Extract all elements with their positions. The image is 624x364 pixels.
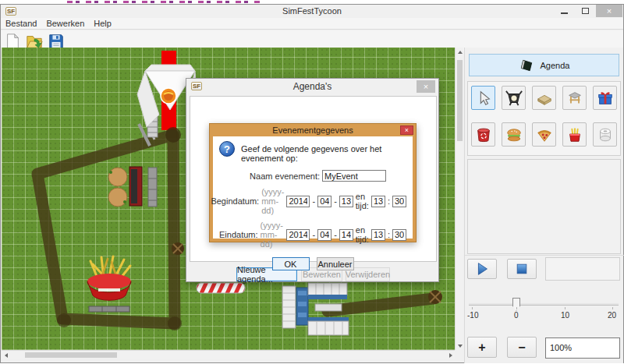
start-month-input[interactable] [317,196,332,207]
tool-button-cursor[interactable] [471,86,495,110]
toilet-block [282,283,349,335]
tool-button-scaffold-gate[interactable] [562,86,587,110]
name-label: Naam evenement: [250,171,320,181]
start-date-label: Begindatum: [211,196,259,206]
menu-help[interactable]: Help [89,18,116,29]
maximize-icon [582,8,589,14]
date-separator: - [334,230,337,239]
play-icon [473,260,491,277]
start-minute-input[interactable] [392,196,406,207]
scroll-up-icon [458,51,463,54]
path-branch [328,299,434,311]
background-text-fragment [67,1,262,3]
end-day-input[interactable] [339,229,353,241]
zoom-in-button[interactable]: + [467,337,497,358]
agenda-button[interactable]: Agenda [469,54,619,76]
slider-tick [565,307,566,309]
tree [428,290,442,304]
horizontal-scroll-thumb[interactable] [25,352,117,358]
start-hour-input[interactable] [371,196,385,207]
vertical-scrollbar[interactable] [455,48,463,350]
tool-button-pizza[interactable] [532,122,556,147]
info-panel-placeholder [467,159,621,254]
stage-platform-icon [536,90,553,107]
application-window: SF SimFestTycoon × BestandBewerkenHelp [0,0,624,364]
tool-button-gift-box[interactable] [593,86,617,110]
side-panel: Agenda [464,48,623,363]
scroll-down-icon [458,345,463,348]
bench [315,304,342,311]
event-data-dialog: Evenementgegevens × ? Geef de volgende g… [209,123,417,242]
play-button[interactable] [467,259,497,279]
cursor-icon [475,90,492,107]
stop-button[interactable] [507,259,537,279]
end-hour-input[interactable] [371,229,385,241]
menu-bewerken[interactable]: Bewerken [41,18,89,29]
scroll-right-button[interactable] [446,351,455,359]
picnic-table [108,188,127,207]
scroll-down-button[interactable] [456,341,464,350]
scaffold-gate-icon [566,90,583,107]
simfest-logo [161,88,176,104]
event-name-input[interactable] [322,170,386,182]
cancel-button[interactable]: Annuleer [317,257,354,270]
event-dialog-close-button[interactable]: × [400,125,413,135]
tool-button-hamburger[interactable] [502,122,526,147]
close-button[interactable]: × [596,5,622,17]
maximize-button[interactable] [575,5,596,17]
menu-bar: BestandBewerkenHelp [1,18,623,30]
horizontal-scrollbar[interactable] [2,350,455,359]
date-format-hint: (yyyy-mm-dd) [261,187,284,215]
path-knot [165,127,181,143]
event-dialog-titlebar[interactable]: Evenementgegevens × [210,124,416,136]
date-format-hint: (yyyy-mm-dd) [261,221,285,249]
tool-button-french-fries[interactable] [562,122,587,147]
tree [172,242,184,255]
fries-stand [87,256,131,312]
path-knot [57,313,71,327]
slider-tick [612,307,613,309]
tool-palette [467,81,621,156]
trash-can-icon [475,126,492,143]
end-month-input[interactable] [317,229,332,241]
tool-button-toilet-roll[interactable] [593,122,617,147]
slider-label-max: 20 [608,311,616,320]
tool-button-spotlight[interactable] [502,86,526,110]
vertical-scroll-thumb[interactable] [457,60,463,141]
slider-tick [516,307,517,309]
agendas-dialog-titlebar[interactable]: SF Agenda's × [186,79,438,94]
window-controls: × [554,5,622,17]
start-year-input[interactable] [286,196,310,207]
event-prompt: Geef de volgende gegevens over het evene… [241,141,406,163]
tool-button-trash-can[interactable] [471,122,495,147]
tool-button-stage-platform[interactable] [532,86,556,110]
start-day-input[interactable] [339,196,353,207]
gift-box-icon [597,90,614,107]
question-icon: ? [219,141,235,157]
zoom-level-field[interactable]: 100% [545,337,620,359]
agendas-dialog-title: Agenda's [186,81,438,92]
event-dialog-body: ? Geef de volgende gegevens over het eve… [213,136,413,239]
date-separator: - [312,196,315,206]
title-bar[interactable]: SF SimFestTycoon × [1,5,623,18]
window-title: SimFestTycoon [1,6,623,16]
end-minute-input[interactable] [392,229,406,241]
burger-stand [108,167,157,207]
start-time-label: en tijd: [356,192,369,210]
speed-slider-track[interactable] [469,303,619,306]
striped-tent [197,283,245,293]
minimize-button[interactable] [554,5,575,17]
ok-button[interactable]: OK [272,257,310,270]
stop-icon [514,261,530,277]
zoom-out-button[interactable]: − [507,337,537,358]
end-year-input[interactable] [286,229,310,241]
menu-bestand[interactable]: Bestand [1,18,41,29]
agendas-dialog-close-button[interactable]: × [417,80,435,93]
scroll-left-icon [5,353,8,358]
slider-label-zero: 0 [514,311,519,320]
start-date-row: Begindatum: (yyyy-mm-dd) - - en tijd: : [219,187,406,215]
scroll-up-button[interactable] [456,48,464,56]
scroll-left-button[interactable] [2,351,10,359]
picnic-table [108,168,127,186]
path-knot [168,316,182,330]
